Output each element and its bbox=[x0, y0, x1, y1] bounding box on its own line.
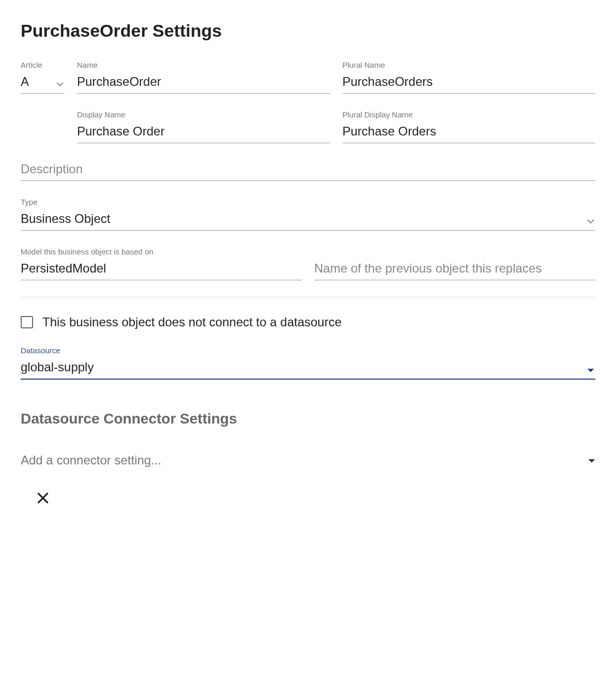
description-field bbox=[21, 160, 595, 181]
no-datasource-label: This business object does not connect to… bbox=[42, 315, 342, 329]
connector-setting-placeholder: Add a connector setting... bbox=[21, 453, 161, 468]
display-name-field: Display Name bbox=[77, 110, 330, 143]
no-datasource-checkbox[interactable] bbox=[21, 316, 33, 328]
no-datasource-row: This business object does not connect to… bbox=[21, 315, 595, 329]
type-select[interactable] bbox=[21, 209, 595, 231]
name-field: Name bbox=[77, 61, 330, 94]
spacer bbox=[21, 110, 65, 143]
plural-display-name-input[interactable] bbox=[343, 122, 596, 143]
connector-settings-heading: Datasource Connector Settings bbox=[21, 411, 595, 427]
replaces-input[interactable] bbox=[314, 259, 595, 280]
plural-display-name-label: Plural Display Name bbox=[343, 110, 596, 119]
type-field: Type bbox=[21, 198, 595, 231]
divider bbox=[21, 297, 595, 297]
article-select[interactable] bbox=[21, 72, 65, 94]
replaces-field bbox=[314, 247, 595, 280]
close-button[interactable] bbox=[36, 491, 595, 505]
model-label: Model this business object is based on bbox=[21, 247, 302, 256]
datasource-label: Datasource bbox=[21, 346, 595, 355]
plural-name-input[interactable] bbox=[343, 72, 596, 94]
display-name-label: Display Name bbox=[77, 110, 330, 119]
connector-setting-select[interactable]: Add a connector setting... bbox=[21, 453, 595, 471]
display-name-input[interactable] bbox=[77, 122, 330, 143]
name-input[interactable] bbox=[77, 72, 330, 94]
name-label: Name bbox=[77, 61, 330, 69]
type-label: Type bbox=[21, 198, 595, 206]
model-input[interactable] bbox=[21, 259, 302, 280]
page-title: PurchaseOrder Settings bbox=[21, 21, 595, 41]
plural-display-name-field: Plural Display Name bbox=[343, 110, 596, 143]
plural-name-label: Plural Name bbox=[343, 61, 596, 69]
article-label: Article bbox=[21, 61, 65, 69]
datasource-field: Datasource bbox=[21, 346, 595, 380]
article-field: Article bbox=[21, 61, 65, 94]
chevron-down-icon bbox=[588, 456, 595, 465]
description-input[interactable] bbox=[21, 160, 595, 181]
plural-name-field: Plural Name bbox=[343, 61, 596, 94]
datasource-select[interactable] bbox=[21, 358, 595, 380]
model-field: Model this business object is based on bbox=[21, 247, 302, 280]
